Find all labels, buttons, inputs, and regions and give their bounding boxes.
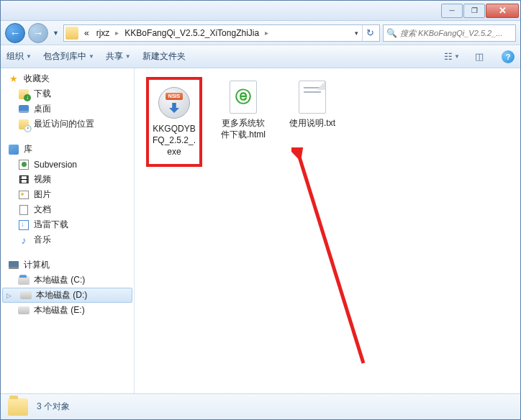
recent-icon <box>19 119 29 129</box>
nav-bar: ← → ▼ « rjxz ▸ KKBoFangQi_V2.5.2_XiTongZ… <box>1 21 520 45</box>
sidebar-item-subversion[interactable]: Subversion <box>1 157 134 172</box>
file-label: 使用说明.txt <box>289 117 335 129</box>
body: ★ 收藏夹 下载 桌面 最近访问的位置 库 Subversion 🎞视频 图片 … <box>1 68 520 393</box>
tree-label: 迅雷下载 <box>34 219 68 231</box>
sidebar-item-drive-d[interactable]: ▷本地磁盘 (D:) <box>2 288 132 303</box>
tree-label: 本地磁盘 (E:) <box>34 304 85 316</box>
tree-label: 图片 <box>34 188 51 201</box>
view-options-button[interactable]: ☷▼ <box>444 49 460 65</box>
maximize-button[interactable]: ❐ <box>463 4 485 18</box>
sidebar-item-pictures[interactable]: 图片 <box>1 187 134 202</box>
downloads-icon <box>19 89 29 99</box>
computer-root[interactable]: 计算机 <box>1 257 134 273</box>
file-label: 更多系统软件下载.html <box>218 117 268 140</box>
tree-label: 文档 <box>34 204 51 216</box>
search-input[interactable] <box>400 29 512 37</box>
include-label: 包含到库中 <box>43 50 86 63</box>
status-bar: 3 个对象 <box>1 393 520 419</box>
close-button[interactable]: ✕ <box>486 4 519 18</box>
tree-label: 音乐 <box>34 234 51 246</box>
breadcrumb-seg-rjxz[interactable]: rjxz <box>94 28 113 38</box>
share-menu[interactable]: 共享▼ <box>106 50 131 63</box>
back-button[interactable]: ← <box>5 23 25 43</box>
file-item-html[interactable]: ⓔ 更多系统软件下载.html <box>215 77 271 143</box>
desktop-icon <box>19 105 29 113</box>
pictures-icon <box>19 191 29 199</box>
html-icon: ⓔ <box>226 80 260 114</box>
help-button[interactable]: ? <box>502 50 515 63</box>
expand-caret-icon[interactable]: ▷ <box>4 292 13 299</box>
favorites-root[interactable]: ★ 收藏夹 <box>1 71 134 86</box>
svn-icon <box>19 160 29 170</box>
sidebar-item-xunlei[interactable]: 迅雷下载 <box>1 217 134 232</box>
chevron-down-icon: ▼ <box>89 53 94 60</box>
search-icon: 🔍 <box>386 28 397 38</box>
folder-icon <box>65 27 78 40</box>
documents-icon <box>19 205 28 215</box>
drive-icon <box>20 291 32 299</box>
file-list-pane[interactable]: NSIS KKGQDYBFQ_2.5.2_.exe ⓔ 更多系统软件下载.htm… <box>135 68 520 393</box>
search-box[interactable]: 🔍 <box>383 24 516 42</box>
computer-group: 计算机 本地磁盘 (C:) ▷本地磁盘 (D:) 本地磁盘 (E:) <box>1 257 134 318</box>
favorites-label: 收藏夹 <box>24 73 50 85</box>
sidebar-item-downloads[interactable]: 下载 <box>1 86 134 101</box>
breadcrumb-caret[interactable]: ▸ <box>114 29 120 37</box>
ie-glyph-icon: ⓔ <box>234 88 253 106</box>
address-bar[interactable]: « rjxz ▸ KKBoFangQi_V2.5.2_XiTongZhiJia … <box>63 24 380 42</box>
tree-label: 最近访问的位置 <box>34 118 94 130</box>
nsis-badge: NSIS <box>166 93 183 100</box>
include-in-library-menu[interactable]: 包含到库中▼ <box>43 50 94 63</box>
sidebar-item-music[interactable]: ♪音乐 <box>1 232 134 247</box>
sidebar-item-documents[interactable]: 文档 <box>1 202 134 217</box>
new-folder-button[interactable]: 新建文件夹 <box>142 50 186 63</box>
organize-label: 组织 <box>6 50 24 63</box>
status-text: 3 个对象 <box>37 401 70 413</box>
down-arrow-icon <box>169 103 179 113</box>
breadcrumb-caret[interactable]: ▸ <box>263 29 270 37</box>
share-label: 共享 <box>106 50 123 63</box>
exe-icon: NSIS <box>157 86 191 120</box>
back-arrow-icon: ← <box>10 27 21 38</box>
chevron-down-icon: ▼ <box>26 53 32 60</box>
minimize-button[interactable]: ─ <box>441 4 463 18</box>
sidebar-item-drive-c[interactable]: 本地磁盘 (C:) <box>1 273 134 288</box>
explorer-window: ─ ❐ ✕ ← → ▼ « rjxz ▸ KKBoFangQi_V2.5.2_X… <box>0 0 521 420</box>
nav-history-dropdown[interactable]: ▼ <box>51 23 60 43</box>
forward-arrow-icon: → <box>33 27 44 38</box>
libraries-root[interactable]: 库 <box>1 142 134 157</box>
computer-icon <box>9 261 19 269</box>
file-item-txt[interactable]: 使用说明.txt <box>284 77 340 132</box>
folder-icon <box>8 398 28 416</box>
tree-label: 下载 <box>34 88 51 100</box>
svg-line-0 <box>299 155 363 363</box>
organize-menu[interactable]: 组织▼ <box>6 50 32 63</box>
tree-label: 桌面 <box>34 103 51 115</box>
libraries-group: 库 Subversion 🎞视频 图片 文档 迅雷下载 ♪音乐 <box>1 142 134 247</box>
xunlei-icon <box>19 220 29 230</box>
preview-pane-button[interactable]: ◫ <box>471 49 487 65</box>
command-bar: 组织▼ 包含到库中▼ 共享▼ 新建文件夹 ☷▼ ◫ ? <box>1 45 520 68</box>
file-label: KKGQDYBFQ_2.5.2_.exe <box>150 123 198 158</box>
address-dropdown[interactable]: ▾ <box>353 29 361 37</box>
sidebar-item-desktop[interactable]: 桌面 <box>1 101 134 117</box>
navigation-pane: ★ 收藏夹 下载 桌面 最近访问的位置 库 Subversion 🎞视频 图片 … <box>1 68 135 393</box>
sidebar-item-drive-e[interactable]: 本地磁盘 (E:) <box>1 303 134 318</box>
forward-button[interactable]: → <box>28 23 48 43</box>
breadcrumb-prefix[interactable]: « <box>81 28 92 38</box>
computer-label: 计算机 <box>24 259 50 271</box>
window-controls: ─ ❐ ✕ <box>441 4 519 18</box>
libraries-label: 库 <box>24 143 32 155</box>
file-item-exe[interactable]: NSIS KKGQDYBFQ_2.5.2_.exe <box>146 77 202 167</box>
libraries-icon <box>9 145 19 155</box>
titlebar: ─ ❐ ✕ <box>1 1 520 21</box>
sidebar-item-videos[interactable]: 🎞视频 <box>1 172 134 187</box>
breadcrumb-seg-folder[interactable]: KKBoFangQi_V2.5.2_XiTongZhiJia <box>122 28 262 38</box>
tree-label: Subversion <box>34 160 77 170</box>
refresh-button[interactable]: ↻ <box>362 25 378 41</box>
star-icon: ★ <box>8 73 19 85</box>
drive-icon <box>18 306 30 314</box>
sidebar-item-recent[interactable]: 最近访问的位置 <box>1 117 134 132</box>
chevron-down-icon: ▼ <box>125 53 131 60</box>
tree-label: 视频 <box>34 173 51 186</box>
tree-label: 本地磁盘 (D:) <box>36 289 87 301</box>
